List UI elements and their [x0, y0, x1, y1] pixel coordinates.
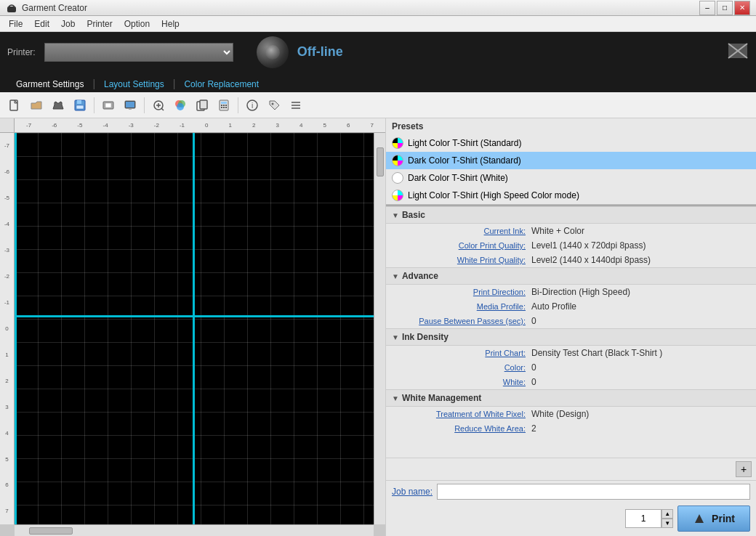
menu-edit[interactable]: Edit [28, 17, 55, 31]
setting-pause-passes: Pause Between Passes (sec): 0 [386, 314, 756, 328]
label-white[interactable]: White: [386, 378, 531, 386]
label-media-profile[interactable]: Media Profile: [386, 302, 531, 311]
copy-button[interactable] [192, 95, 212, 115]
svg-rect-0 [7, 7, 16, 12]
tab-color-replacement[interactable]: Color Replacement [175, 76, 268, 92]
preset-icon-1 [392, 155, 403, 166]
setting-print-direction: Print Direction: Bi-Direction (High Spee… [386, 285, 756, 299]
label-treatment-white[interactable]: Treatment of White Pixel: [386, 410, 531, 418]
calculator-button[interactable] [214, 95, 234, 115]
svg-rect-7 [76, 105, 84, 109]
maximize-button[interactable]: □ [717, 1, 733, 15]
setting-reduce-white: Reduce White Area: 2 [386, 421, 756, 436]
section-ink-density-label: Ink Density [402, 332, 449, 342]
print-preview-button[interactable] [98, 95, 118, 115]
minimize-button[interactable]: – [699, 1, 715, 15]
value-print-direction: Bi-Direction (High Speed) [531, 287, 750, 297]
quantity-up-button[interactable]: ▲ [662, 509, 673, 519]
label-pause-passes[interactable]: Pause Between Passes (sec): [386, 317, 531, 325]
value-color: 0 [531, 362, 750, 373]
section-ink-density[interactable]: ▼ Ink Density [386, 328, 756, 346]
setting-color: Color: 0 [386, 360, 756, 375]
section-advance-arrow: ▼ [392, 272, 399, 280]
section-advance[interactable]: ▼ Advance [386, 267, 756, 285]
printer-select[interactable] [44, 43, 233, 62]
settings-panel[interactable]: ▼ Basic Current Ink: White + Color Color… [386, 206, 756, 458]
setting-treatment-white: Treatment of White Pixel: White (Design) [386, 407, 756, 421]
label-current-ink[interactable]: Current Ink: [386, 227, 531, 235]
close-button[interactable]: ✕ [734, 1, 750, 15]
label-reduce-white[interactable]: Reduce White Area: [386, 424, 531, 433]
label-color[interactable]: Color: [386, 363, 531, 372]
printer-select-wrap [44, 43, 233, 62]
setting-current-ink: Current Ink: White + Color [386, 224, 756, 238]
main-area: -7 -6 -5 -4 -3 -2 -1 0 1 2 3 4 5 6 7 -7 [0, 118, 756, 536]
section-white-mgmt-label: White Management [402, 393, 481, 403]
window-controls: – □ ✕ [699, 1, 750, 15]
preset-light-highspeed[interactable]: Light Color T-Shirt (High Speed Color mo… [386, 187, 756, 204]
svg-rect-21 [200, 100, 207, 109]
label-print-chart[interactable]: Print Chart: [386, 349, 531, 357]
new-button[interactable] [4, 95, 25, 115]
save-button[interactable] [70, 95, 90, 115]
open-button[interactable] [26, 95, 47, 115]
preset-icon-0 [392, 137, 403, 149]
job-name-input[interactable] [437, 484, 750, 500]
ruler-vertical: -7 -6 -5 -4 -3 -2 -1 0 1 2 3 4 5 6 7 [0, 133, 15, 524]
add-button[interactable]: + [736, 461, 752, 477]
list-button[interactable] [286, 95, 306, 115]
preset-dark-white[interactable]: Dark Color T-Shirt (White) [386, 169, 756, 187]
svg-point-32 [272, 102, 274, 105]
tag-button[interactable] [264, 95, 284, 115]
label-white-print-quality[interactable]: White Print Quality: [386, 256, 531, 264]
svg-rect-24 [221, 105, 222, 106]
preset-light-standard[interactable]: Light Color T-Shirt (Standard) [386, 134, 756, 152]
value-treatment-white: White (Design) [531, 409, 750, 419]
scrollbar-horizontal[interactable] [15, 524, 374, 536]
print-button[interactable]: Print [677, 505, 750, 532]
section-basic[interactable]: ▼ Basic [386, 206, 756, 224]
monitor-button[interactable] [120, 95, 140, 115]
presets-container: Presets Light Color T-Shirt (Standard) D… [386, 118, 756, 206]
section-basic-label: Basic [402, 210, 425, 220]
garment-button[interactable] [48, 95, 68, 115]
quantity-input[interactable] [625, 509, 662, 528]
tab-layout-settings[interactable]: Layout Settings [95, 76, 173, 92]
svg-line-14 [161, 108, 164, 110]
svg-rect-9 [105, 103, 111, 107]
section-white-management[interactable]: ▼ White Management [386, 389, 756, 407]
value-current-ink: White + Color [531, 226, 750, 236]
separator-1 [94, 97, 94, 113]
svg-rect-23 [221, 102, 227, 104]
printer-label: Printer: [7, 47, 36, 57]
print-icon [693, 512, 706, 525]
zoom-fit-button[interactable] [148, 95, 169, 115]
menu-printer[interactable]: Printer [81, 17, 118, 31]
separator-2 [144, 97, 145, 113]
print-canvas[interactable] [15, 133, 374, 524]
menu-file[interactable]: File [3, 17, 28, 31]
scrollbar-thumb-h[interactable] [29, 527, 73, 535]
menu-help[interactable]: Help [156, 17, 185, 31]
menu-option[interactable]: Option [118, 17, 156, 31]
section-white-mgmt-arrow: ▼ [392, 394, 399, 402]
scrollbar-thumb-v[interactable] [377, 147, 384, 176]
menu-job[interactable]: Job [55, 17, 81, 31]
svg-point-19 [177, 103, 184, 110]
quantity-spin-buttons: ▲ ▼ [662, 509, 673, 528]
preset-name-1: Dark Color T-Shirt (Standard) [408, 155, 521, 166]
preset-dark-standard[interactable]: Dark Color T-Shirt (Standard) [386, 152, 756, 169]
title-bar: Garment Creator – □ ✕ [0, 0, 756, 16]
scrollbar-vertical[interactable] [374, 133, 385, 524]
tab-garment-settings[interactable]: Garment Settings [7, 76, 92, 92]
section-basic-arrow: ▼ [392, 211, 399, 219]
quantity-down-button[interactable]: ▼ [662, 519, 673, 528]
svg-marker-36 [695, 514, 704, 523]
info-button[interactable]: i [242, 95, 262, 115]
add-row: + [386, 458, 756, 480]
color-settings-button[interactable] [170, 95, 190, 115]
label-print-direction[interactable]: Print Direction: [386, 288, 531, 296]
job-name-label[interactable]: Job name: [392, 487, 433, 497]
ruler-corner [0, 118, 15, 133]
label-color-print-quality[interactable]: Color Print Quality: [386, 241, 531, 250]
